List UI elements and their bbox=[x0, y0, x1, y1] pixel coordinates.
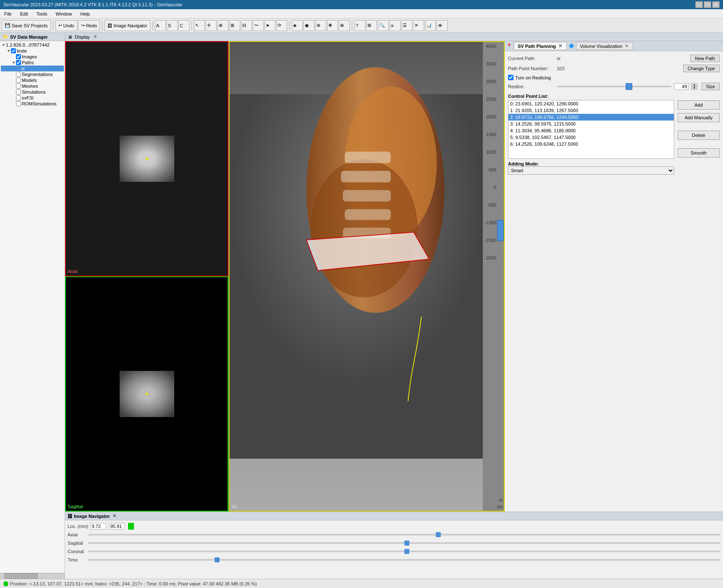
tool-C-button[interactable]: C bbox=[178, 20, 189, 31]
tree-checkbox-meshes[interactable] bbox=[16, 84, 21, 89]
cp-item-5[interactable]: 5: 9.5338, 102.5467, 1147.5000 bbox=[508, 134, 674, 141]
tool-vis1[interactable]: ? bbox=[354, 20, 365, 31]
tree-item-paths[interactable]: ▼ Paths bbox=[1, 60, 64, 66]
tool-path[interactable]: ⟳ bbox=[276, 20, 287, 31]
close-button[interactable]: ✕ bbox=[712, 1, 720, 8]
tool-list2[interactable]: ☰ bbox=[401, 20, 412, 31]
tool-grid1[interactable]: ⊞ bbox=[229, 20, 240, 31]
menu-help[interactable]: Help bbox=[78, 10, 93, 17]
tool-crosshair[interactable]: ✛ bbox=[206, 20, 217, 31]
cp-item-3[interactable]: 3: 14.2526, 99.5975, 1215.5000 bbox=[508, 121, 674, 127]
tree-item-oi[interactable]: oi bbox=[1, 66, 64, 71]
reslice-value-input[interactable] bbox=[674, 83, 689, 90]
tool-vis3[interactable]: 🔍 bbox=[378, 20, 389, 31]
scale-scroll-thumb[interactable] bbox=[497, 220, 504, 241]
tab-sv-path-planning[interactable]: SV Path Planning ✕ bbox=[514, 42, 567, 50]
tree-checkbox-teste[interactable] bbox=[11, 48, 16, 53]
menu-edit[interactable]: Edit bbox=[18, 10, 31, 17]
add-manually-button[interactable]: Add Manually bbox=[678, 113, 720, 122]
tool-A-button[interactable]: A bbox=[155, 20, 166, 31]
axial-view[interactable]: Axial bbox=[65, 41, 228, 276]
tool-vis2[interactable]: ⊞ bbox=[366, 20, 377, 31]
reslice-up-button[interactable]: ▲ bbox=[692, 83, 697, 87]
tree-item-meshes[interactable]: Meshes bbox=[1, 83, 64, 89]
add-button[interactable]: Add bbox=[678, 100, 720, 110]
coronal-slider-thumb[interactable] bbox=[404, 549, 409, 554]
tool-seg5[interactable]: ⊕ bbox=[339, 20, 350, 31]
redo-button[interactable]: ↪ Redo bbox=[78, 20, 100, 31]
tool-wave[interactable]: 〜 bbox=[253, 20, 264, 31]
cp-item-2[interactable]: 2: 18.9713, 106.6756, 1244.5000 bbox=[508, 114, 674, 121]
axial-slider-track[interactable] bbox=[88, 531, 720, 538]
tree-checkbox-romsim[interactable] bbox=[16, 101, 21, 106]
reslice-slider-track[interactable] bbox=[557, 83, 671, 90]
tree-checkbox-images[interactable] bbox=[16, 54, 21, 59]
tool-seg1[interactable]: ◈ bbox=[292, 20, 303, 31]
tree-item-simulations[interactable]: Simulations bbox=[1, 89, 64, 95]
tree-checkbox-paths[interactable] bbox=[16, 60, 21, 65]
tree-root-label: 1.2.826.0...07877442 bbox=[6, 42, 50, 47]
3d-view[interactable]: 3D bbox=[230, 42, 483, 511]
size-button[interactable]: Size bbox=[702, 83, 720, 90]
menu-window[interactable]: Window bbox=[53, 10, 74, 17]
change-type-button[interactable]: Change Type bbox=[683, 65, 720, 72]
tree-checkbox-svfsi[interactable] bbox=[16, 95, 21, 100]
reslice-down-button[interactable]: ▼ bbox=[692, 87, 697, 90]
tree-item-segmentations[interactable]: Segmentations bbox=[1, 71, 64, 77]
tab-sv-path-planning-close[interactable]: ✕ bbox=[558, 43, 563, 49]
tab-volume-visualization[interactable]: Volume Visualization ✕ bbox=[576, 42, 633, 50]
tree-item-svfsi[interactable]: svFSI bbox=[1, 95, 64, 101]
tree-item-romsim[interactable]: ROMSimulations bbox=[1, 101, 64, 107]
loc-input-2[interactable] bbox=[109, 523, 125, 530]
menu-tools[interactable]: Tools bbox=[34, 10, 50, 17]
data-manager-scrollbar[interactable] bbox=[0, 573, 65, 579]
display-close-button[interactable]: ✕ bbox=[92, 34, 98, 39]
tool-seg3[interactable]: ⊛ bbox=[315, 20, 326, 31]
tool-xmark[interactable]: ✕ bbox=[413, 20, 424, 31]
coronal-slider-track[interactable] bbox=[88, 548, 720, 555]
reslice-slider-thumb[interactable] bbox=[626, 83, 632, 90]
tree-item-images[interactable]: Images bbox=[1, 54, 64, 60]
new-path-button[interactable]: New Path bbox=[690, 55, 720, 62]
tool-S-button[interactable]: S bbox=[167, 20, 178, 31]
tree-checkbox-models[interactable] bbox=[16, 78, 21, 83]
tool-measure[interactable]: ⊕ bbox=[217, 20, 228, 31]
cp-item-1[interactable]: 1: 21.9205, 113.1639, 1267.5000 bbox=[508, 107, 674, 114]
maximize-button[interactable]: □ bbox=[704, 1, 711, 8]
image-navigator-close-button[interactable]: ✕ bbox=[112, 513, 117, 519]
tool-pointer[interactable]: ↖ bbox=[194, 20, 205, 31]
cp-item-4[interactable]: 4: 11.3034, 95.4686, 1185.0000 bbox=[508, 127, 674, 134]
cp-item-6[interactable]: 6: 14.2526, 109.6248, 1127.5000 bbox=[508, 141, 674, 147]
image-navigator-button[interactable]: 🖼 Image Navigator bbox=[105, 20, 150, 31]
tree-item-teste[interactable]: ▼ teste bbox=[1, 48, 64, 54]
loc-input-1[interactable] bbox=[90, 523, 106, 530]
tool-arrow[interactable]: ➤ bbox=[265, 20, 275, 31]
sagittal-slider-track[interactable] bbox=[88, 540, 720, 546]
tree-root[interactable]: ▼ 1.2.826.0...07877442 bbox=[1, 42, 64, 48]
tool-seg4[interactable]: ❋ bbox=[327, 20, 338, 31]
sagittal-slider-thumb[interactable] bbox=[404, 541, 409, 546]
delete-button[interactable]: Delete bbox=[678, 131, 720, 140]
minimize-button[interactable]: ─ bbox=[695, 1, 703, 8]
smooth-button[interactable]: Smooth bbox=[678, 148, 720, 158]
undo-button[interactable]: ↩ Undo bbox=[55, 20, 77, 31]
adding-mode-select[interactable]: Smart Beginning End bbox=[508, 166, 674, 175]
turn-on-reslicing-checkbox[interactable] bbox=[508, 75, 513, 80]
tool-chart[interactable]: 📊 bbox=[425, 20, 436, 31]
tree-item-models[interactable]: Models bbox=[1, 77, 64, 83]
save-sv-projects-button[interactable]: 💾 Save SV Projects bbox=[2, 20, 51, 31]
time-slider-thumb[interactable] bbox=[215, 557, 220, 562]
cp-item-0[interactable]: 0: 23.6901, 120.2420, 1290.0000 bbox=[508, 100, 674, 107]
tool-grid2[interactable]: ⊟ bbox=[241, 20, 252, 31]
menu-file[interactable]: File bbox=[2, 10, 14, 17]
tab-volume-visualization-close[interactable]: ✕ bbox=[624, 43, 629, 49]
tree-checkbox-seg[interactable] bbox=[16, 72, 21, 77]
axial-slider-thumb[interactable] bbox=[436, 532, 441, 537]
time-slider-track[interactable] bbox=[88, 556, 720, 563]
tool-seg2[interactable]: ◉ bbox=[304, 20, 314, 31]
tree-checkbox-sim[interactable] bbox=[16, 89, 21, 94]
tool-eye[interactable]: 👁 bbox=[437, 20, 448, 31]
tool-list[interactable]: ≡ bbox=[390, 20, 401, 31]
sagittal-view[interactable]: Sagittal bbox=[65, 276, 228, 512]
turn-on-reslicing-row: Turn on Reslicing bbox=[508, 75, 720, 80]
